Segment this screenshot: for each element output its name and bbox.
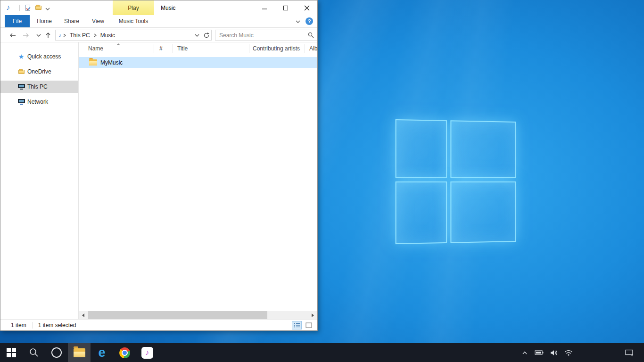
file-explorer-icon (74, 348, 85, 357)
sidebar-item-quick-access[interactable]: ★ Quick access (0, 50, 78, 63)
windows-logo-pane (450, 120, 516, 178)
breadcrumb-music[interactable]: Music (98, 30, 118, 40)
column-separator[interactable] (154, 44, 154, 53)
ribbon-tab-row: File Home Share View Music Tools ? (0, 15, 317, 28)
folder-icon (89, 59, 97, 66)
tab-file[interactable]: File (5, 15, 30, 27)
window-title: Music (161, 0, 175, 15)
quick-access-star-icon: ★ (17, 53, 25, 60)
sidebar-item-label: This PC (27, 83, 48, 90)
address-bar[interactable]: ♪ This PC Music (55, 30, 212, 41)
chevron-down-icon (296, 20, 300, 24)
taskbar: e ♪ (0, 343, 644, 362)
properties-icon (25, 5, 30, 11)
recent-locations-button[interactable] (33, 30, 44, 41)
scroll-left-button[interactable] (79, 311, 87, 319)
contextual-group-music-tools[interactable]: Music Tools (113, 15, 154, 27)
search-input[interactable] (218, 32, 308, 39)
battery-button[interactable] (534, 343, 545, 362)
new-folder-button[interactable] (34, 4, 42, 12)
column-header-number[interactable]: # (159, 42, 163, 55)
breadcrumb-this-pc[interactable]: This PC (67, 30, 93, 40)
taskbar-search-button[interactable] (23, 343, 45, 362)
horizontal-scrollbar[interactable] (79, 311, 317, 319)
scroll-right-button[interactable] (309, 311, 317, 319)
file-row-mymusic[interactable]: MyMusic (79, 57, 317, 68)
action-center-button[interactable] (619, 343, 638, 362)
maximize-button[interactable] (275, 0, 296, 15)
search-box[interactable] (215, 30, 317, 41)
network-icon (17, 98, 25, 106)
network-wifi-button[interactable] (563, 343, 574, 362)
scrollbar-thumb[interactable] (88, 311, 267, 319)
new-folder-icon (35, 6, 41, 10)
scroll-right-icon (312, 313, 314, 317)
column-separator[interactable] (249, 44, 249, 53)
column-header-contributing-artists[interactable]: Contributing artists (253, 42, 300, 55)
scroll-left-icon (82, 313, 84, 317)
explorer-main: ★ Quick access OneDrive This PC (0, 42, 317, 319)
music-note-app-icon: ♪ (6, 3, 10, 12)
column-header-title[interactable]: Title (177, 42, 188, 55)
volume-button[interactable] (548, 343, 560, 362)
taskbar-chrome-button[interactable] (113, 343, 136, 362)
show-hidden-icons-button[interactable] (519, 343, 530, 362)
itunes-icon: ♪ (141, 347, 153, 359)
navigation-pane: ★ Quick access OneDrive This PC (0, 42, 79, 319)
breadcrumb-chevron-icon (93, 33, 98, 38)
back-button[interactable] (8, 30, 18, 41)
windows-start-icon (7, 348, 16, 357)
help-button[interactable]: ? (305, 17, 313, 25)
forward-button[interactable] (21, 30, 31, 41)
chevron-up-icon (522, 351, 528, 355)
qat-customize-button[interactable] (43, 5, 52, 13)
breadcrumb-chevron-icon (62, 33, 67, 38)
forward-arrow-icon (22, 32, 30, 39)
contextual-tab-play[interactable]: Play (113, 0, 154, 15)
selection-count: 1 item selected (38, 322, 76, 329)
chevron-down-icon (36, 33, 41, 37)
tab-share[interactable]: Share (61, 15, 83, 27)
ribbon-expand-button[interactable] (295, 18, 301, 25)
sidebar-item-onedrive[interactable]: OneDrive (0, 66, 78, 78)
up-arrow-icon (44, 32, 52, 39)
taskbar-file-explorer-button[interactable] (68, 343, 91, 362)
refresh-icon (203, 32, 210, 39)
up-button[interactable] (43, 30, 53, 41)
tab-home[interactable]: Home (33, 15, 55, 27)
sort-ascending-icon (116, 43, 120, 45)
cortana-icon (51, 347, 62, 358)
column-header-name[interactable]: Name (88, 42, 103, 55)
properties-button[interactable] (24, 4, 32, 12)
back-arrow-icon (9, 32, 17, 39)
taskbar-itunes-button[interactable]: ♪ (136, 343, 158, 362)
large-icons-view-button[interactable] (304, 321, 314, 329)
refresh-button[interactable] (202, 30, 211, 40)
onedrive-folder-icon (17, 68, 25, 75)
sidebar-item-this-pc[interactable]: This PC (0, 81, 78, 93)
close-icon (304, 5, 310, 11)
battery-icon (535, 350, 544, 355)
window-controls (254, 0, 317, 15)
search-icon (29, 348, 39, 357)
address-dropdown-button[interactable] (192, 30, 202, 40)
taskbar-edge-button[interactable]: e (91, 343, 113, 362)
column-header-album[interactable]: Alb (309, 42, 317, 55)
chevron-down-icon (195, 33, 199, 37)
column-separator[interactable] (173, 44, 173, 53)
cortana-button[interactable] (45, 343, 68, 362)
tab-view[interactable]: View (87, 15, 109, 27)
minimize-button[interactable] (254, 0, 275, 15)
volume-icon (550, 350, 558, 356)
file-list-area: Name # Title Contributing artists Alb My… (79, 42, 317, 319)
chrome-icon (119, 347, 130, 358)
start-button[interactable] (0, 343, 23, 362)
qat-separator (19, 5, 20, 11)
chevron-down-icon (45, 7, 50, 11)
system-tray (519, 343, 574, 362)
details-view-button[interactable] (292, 321, 302, 329)
titlebar: ♪ Play Music (0, 0, 317, 15)
sidebar-item-network[interactable]: Network (0, 96, 78, 108)
column-separator[interactable] (305, 44, 305, 53)
close-button[interactable] (296, 0, 317, 15)
